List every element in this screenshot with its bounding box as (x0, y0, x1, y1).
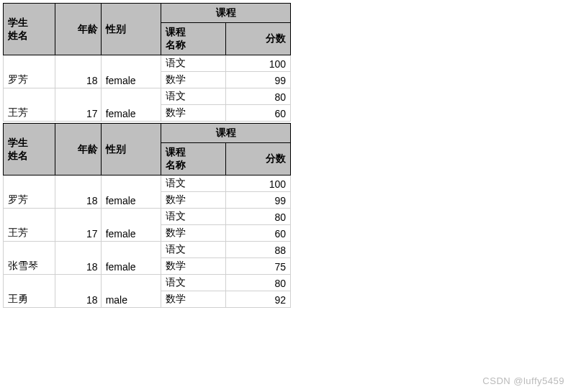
cell-score: 92 (226, 291, 291, 308)
cell-course: 语文 (161, 88, 226, 105)
cell-score: 100 (226, 55, 291, 72)
header-age: 年龄 (55, 124, 101, 176)
watermark: CSDN @luffy5459 (482, 375, 564, 386)
table-row: 罗芳 18 female 语文 100 (4, 55, 291, 72)
cell-course: 数学 (161, 72, 226, 88)
cell-score: 100 (226, 176, 291, 192)
cell-score: 60 (226, 105, 291, 122)
header-score: 分数 (226, 23, 291, 55)
header-student-name: 学生姓名 (4, 124, 55, 176)
cell-name: 王芳 (4, 209, 55, 242)
cell-name: 张雪琴 (4, 242, 55, 275)
cell-course: 语文 (161, 55, 226, 72)
cell-score: 99 (226, 192, 291, 209)
header-course-group: 课程 (161, 4, 291, 23)
cell-course: 语文 (161, 209, 226, 225)
header-gender: 性别 (101, 4, 161, 55)
table-row: 罗芳 18 female 语文 100 (4, 176, 291, 192)
cell-course: 数学 (161, 225, 226, 242)
cell-course: 数学 (161, 291, 226, 308)
cell-course: 数学 (161, 258, 226, 275)
cell-score: 99 (226, 72, 291, 88)
cell-course: 语文 (161, 275, 226, 291)
cell-gender: female (101, 176, 161, 209)
cell-gender: female (101, 209, 161, 242)
header-student-name: 学生姓名 (4, 4, 55, 55)
cell-score: 80 (226, 88, 291, 105)
cell-gender: male (101, 275, 161, 308)
student-table-2: 学生姓名 年龄 性别 课程 课程名称 分数 罗芳 18 female 语文 10… (3, 123, 291, 308)
table-row: 王芳 17 female 语文 80 (4, 209, 291, 225)
cell-age: 17 (55, 209, 101, 242)
cell-course: 数学 (161, 192, 226, 209)
header-course-name: 课程名称 (161, 23, 226, 55)
header-course-group: 课程 (161, 124, 291, 143)
cell-gender: female (101, 88, 161, 122)
table-row: 张雪琴 18 female 语文 88 (4, 242, 291, 258)
table-row: 王芳 17 female 语文 80 (4, 88, 291, 105)
cell-age: 18 (55, 275, 101, 308)
cell-score: 80 (226, 209, 291, 225)
cell-age: 18 (55, 176, 101, 209)
cell-age: 17 (55, 88, 101, 122)
cell-age: 18 (55, 55, 101, 88)
cell-name: 王勇 (4, 275, 55, 308)
cell-score: 75 (226, 258, 291, 275)
header-gender: 性别 (101, 124, 161, 176)
cell-course: 语文 (161, 176, 226, 192)
cell-name: 王芳 (4, 88, 55, 122)
header-course-name: 课程名称 (161, 143, 226, 176)
student-table-1: 学生姓名 年龄 性别 课程 课程名称 分数 罗芳 18 female 语文 10… (3, 3, 291, 122)
cell-score: 80 (226, 275, 291, 291)
header-age: 年龄 (55, 4, 101, 55)
cell-age: 18 (55, 242, 101, 275)
table-row: 王勇 18 male 语文 80 (4, 275, 291, 291)
cell-course: 语文 (161, 242, 226, 258)
tables-container: 学生姓名 年龄 性别 课程 课程名称 分数 罗芳 18 female 语文 10… (3, 3, 576, 308)
cell-score: 88 (226, 242, 291, 258)
cell-score: 60 (226, 225, 291, 242)
cell-name: 罗芳 (4, 176, 55, 209)
cell-gender: female (101, 55, 161, 88)
cell-course: 数学 (161, 105, 226, 122)
cell-name: 罗芳 (4, 55, 55, 88)
header-score: 分数 (226, 143, 291, 176)
cell-gender: female (101, 242, 161, 275)
